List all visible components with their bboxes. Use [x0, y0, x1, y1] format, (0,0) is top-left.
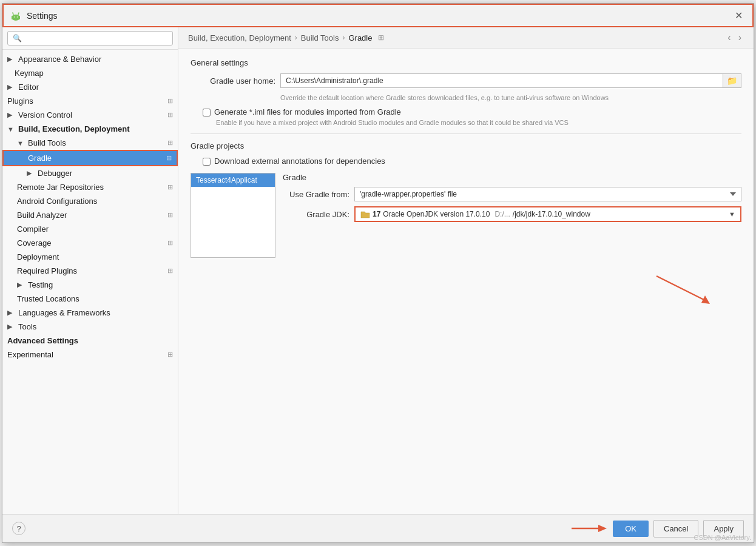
title-bar-left: Settings [10, 10, 58, 22]
sidebar-item-appearance[interactable]: ▶ Appearance & Behavior [2, 52, 178, 66]
jdk-version-number: 17 [373, 210, 380, 218]
main-content: Build, Execution, Deployment › Build Too… [178, 27, 754, 514]
gradle-user-home-input-wrapper: 📁 [280, 73, 741, 88]
generate-iml-checkbox[interactable] [203, 109, 211, 116]
settings-icon: ⊞ [167, 211, 173, 219]
sidebar-item-coverage[interactable]: Coverage ⊞ [2, 236, 178, 250]
gradle-section-title: Gradle [283, 173, 741, 182]
breadcrumb-part-1: Build, Execution, Deployment [188, 33, 291, 42]
download-annotations-checkbox[interactable] [203, 158, 211, 166]
gradle-user-home-hint: Override the default location where Grad… [280, 94, 741, 101]
sidebar-item-advanced[interactable]: Advanced Settings [2, 334, 178, 348]
sidebar-item-trusted-locations[interactable]: Trusted Locations [2, 292, 178, 306]
breadcrumb-part-3: Gradle [348, 33, 372, 42]
projects-section: Tesseract4Applicat Gradle Use Gradle fro… [191, 173, 741, 258]
ok-button[interactable]: OK [613, 521, 649, 537]
sidebar-item-plugins[interactable]: Plugins ⊞ [2, 94, 178, 108]
gradle-jdk-label: Gradle JDK: [283, 210, 349, 219]
settings-icon: ⊞ [167, 97, 173, 105]
sidebar-item-label: Keymap [15, 69, 173, 78]
use-gradle-from-select[interactable]: 'gradle-wrapper.properties' file [354, 187, 741, 201]
breadcrumb-sep-2: › [342, 33, 345, 42]
sidebar-item-testing[interactable]: ▶ Testing [2, 278, 178, 292]
sidebar: ▶ Appearance & Behavior Keymap ▶ Editor … [2, 27, 178, 514]
sidebar-item-remote-jar[interactable]: Remote Jar Repositories ⊞ [2, 180, 178, 194]
settings-icon: ⊞ [167, 351, 173, 359]
sidebar-item-deployment[interactable]: Deployment [2, 250, 178, 264]
expand-icon: ▶ [7, 323, 16, 331]
project-settings: Gradle Use Gradle from: 'gradle-wrapper.… [283, 173, 741, 258]
sidebar-item-label: Testing [28, 280, 173, 289]
sidebar-item-gradle[interactable]: Gradle ⊞ [2, 150, 178, 166]
jdk-path: D:/... [494, 210, 510, 218]
sidebar-item-label: Required Plugins [17, 266, 167, 275]
settings-icon: ⊞ [167, 267, 173, 275]
sidebar-item-label: Gradle [28, 153, 166, 163]
sidebar-item-label: Experimental [7, 350, 167, 359]
gradle-user-home-label: Gradle user home: [191, 76, 275, 86]
svg-point-5 [17, 16, 18, 18]
arrow-svg [644, 270, 717, 306]
svg-rect-1 [12, 16, 20, 19]
title-bar: Settings ✕ [2, 4, 754, 27]
sidebar-item-editor[interactable]: ▶ Editor [2, 80, 178, 94]
sidebar-item-label: Android Configurations [17, 197, 173, 206]
generate-iml-label: Generate *.iml files for modules importe… [214, 107, 401, 116]
close-button[interactable]: ✕ [731, 8, 746, 22]
search-input[interactable] [7, 31, 173, 46]
sidebar-item-label: Debugger [38, 169, 173, 178]
generate-iml-row: Generate *.iml files for modules importe… [203, 107, 741, 116]
gradle-user-home-input[interactable] [281, 74, 723, 87]
svg-marker-9 [598, 525, 607, 532]
expand-icon: ▼ [7, 126, 16, 133]
gradle-form: Use Gradle from: 'gradle-wrapper.propert… [283, 187, 741, 222]
sidebar-item-build-tools[interactable]: ▼ Build Tools ⊞ [2, 136, 178, 150]
sidebar-item-label: Languages & Frameworks [18, 308, 173, 317]
use-gradle-from-label: Use Gradle from: [283, 190, 349, 199]
jdk-description: Oracle OpenJDK version 17.0.10 [383, 210, 490, 218]
sidebar-item-label: Version Control [18, 110, 167, 120]
sidebar-item-experimental[interactable]: Experimental ⊞ [2, 348, 178, 362]
breadcrumb-bar: Build, Execution, Deployment › Build Too… [178, 27, 754, 49]
sidebar-item-compiler[interactable]: Compiler [2, 222, 178, 236]
settings-icon: ⊞ [167, 111, 173, 119]
expand-icon: ▶ [7, 55, 16, 63]
gradle-user-home-browse-button[interactable]: 📁 [723, 74, 741, 87]
nav-back-button[interactable]: ‹ [725, 32, 733, 43]
expand-icon: ▶ [17, 281, 25, 289]
sidebar-items: ▶ Appearance & Behavior Keymap ▶ Editor … [2, 50, 178, 514]
project-item[interactable]: Tesseract4Applicat [191, 174, 275, 187]
svg-line-3 [18, 13, 19, 15]
jdk-chevron-icon: ▼ [729, 211, 735, 218]
sidebar-item-tools[interactable]: ▶ Tools [2, 320, 178, 334]
ok-arrow-svg [565, 519, 614, 538]
sidebar-item-label: Trusted Locations [17, 294, 173, 303]
gradle-projects-title: Gradle projects [191, 141, 741, 150]
sidebar-item-languages[interactable]: ▶ Languages & Frameworks [2, 306, 178, 320]
section-divider-1 [191, 133, 741, 134]
sidebar-item-label: Build Tools [28, 138, 167, 147]
help-button[interactable]: ? [12, 522, 25, 535]
breadcrumb-sep-1: › [295, 33, 297, 42]
sidebar-item-label: Deployment [17, 252, 173, 261]
sidebar-item-build-analyzer[interactable]: Build Analyzer ⊞ [2, 208, 178, 222]
sidebar-item-label: Plugins [7, 96, 167, 106]
sidebar-item-label: Tools [18, 322, 173, 331]
generate-iml-hint: Enable if you have a mixed project with … [216, 119, 741, 126]
android-icon [10, 10, 22, 22]
sidebar-item-label: Advanced Settings [7, 336, 173, 345]
cancel-button[interactable]: Cancel [653, 520, 698, 538]
gradle-jdk-dropdown[interactable]: 17 Oracle OpenJDK version 17.0.10 D:/...… [354, 206, 741, 222]
content-area: ▶ Appearance & Behavior Keymap ▶ Editor … [2, 27, 754, 514]
sidebar-item-keymap[interactable]: Keymap [2, 66, 178, 80]
sidebar-item-version-control[interactable]: ▶ Version Control ⊞ [2, 108, 178, 122]
folder-icon [360, 210, 370, 218]
settings-panel: General settings Gradle user home: 📁 Ove… [178, 49, 754, 514]
sidebar-item-required-plugins[interactable]: Required Plugins ⊞ [2, 264, 178, 278]
svg-line-6 [656, 276, 705, 300]
sidebar-item-android-configs[interactable]: Android Configurations [2, 194, 178, 208]
sidebar-item-debugger[interactable]: ▶ Debugger [2, 166, 178, 180]
settings-icon: ⊞ [166, 154, 172, 162]
nav-forward-button[interactable]: › [736, 32, 744, 43]
sidebar-item-build-execution[interactable]: ▼ Build, Execution, Deployment [2, 122, 178, 136]
